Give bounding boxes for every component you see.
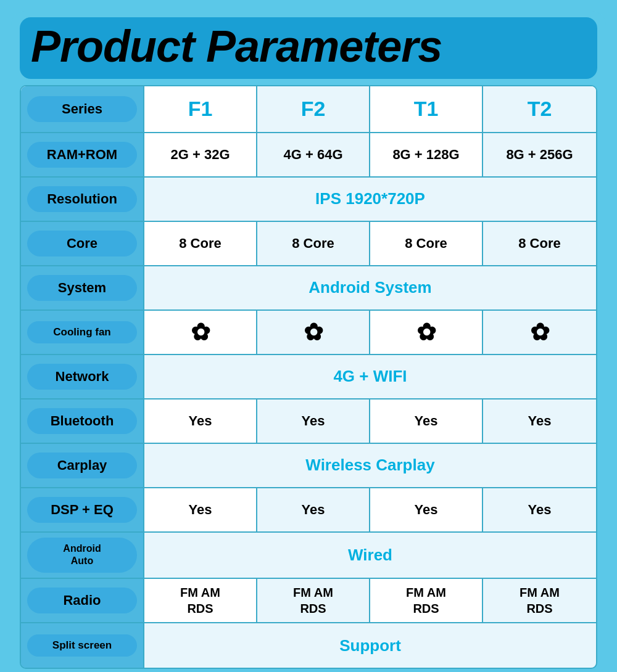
row-label-cell: Core [21, 222, 144, 265]
table-row: Split screenSupport [21, 623, 596, 668]
table-row: Network4G + WIFI [21, 355, 596, 400]
series-label-cell: Series [21, 86, 144, 132]
row-label-cell: Radio [21, 579, 144, 622]
row-label-cell: Cooling fan [21, 311, 144, 354]
data-cell: FM AMRDS [483, 579, 596, 622]
span-cell: Wireless Carplay [144, 444, 596, 487]
row-label-cell: RAM+ROM [21, 133, 144, 176]
data-cell: Yes [370, 400, 483, 443]
data-cell: Yes [370, 488, 483, 531]
row-label-cell: AndroidAuto [21, 533, 144, 578]
row-label: DSP + EQ [27, 497, 137, 523]
fan-icon: ✿ [416, 319, 436, 346]
table-row: DSP + EQYesYesYesYes [21, 488, 596, 533]
table-row: RadioFM AMRDSFM AMRDSFM AMRDSFM AMRDS [21, 579, 596, 623]
row-label-cell: Carplay [21, 444, 144, 487]
data-cell: FM AMRDS [144, 579, 257, 622]
page-title: Product Parameters [31, 23, 586, 70]
data-cell: ✿ [257, 311, 370, 354]
product-table: Series F1 F2 T1 T2 RAM+ROM2G + 32G4G + 6… [20, 85, 597, 670]
header-row: Series F1 F2 T1 T2 [21, 86, 596, 133]
table-row: Cooling fan✿✿✿✿ [21, 311, 596, 355]
table-row: Core8 Core8 Core8 Core8 Core [21, 222, 596, 266]
row-label: Bluetooth [27, 408, 137, 434]
fan-icon: ✿ [191, 319, 210, 346]
data-cell: Yes [257, 488, 370, 531]
row-label-cell: DSP + EQ [21, 488, 144, 531]
row-label: System [27, 275, 137, 301]
row-label: Network [27, 364, 137, 390]
header-t2: T2 [483, 86, 596, 132]
table-row: RAM+ROM2G + 32G4G + 64G8G + 128G8G + 256… [21, 133, 596, 178]
table-row: ResolutionIPS 1920*720P [21, 178, 596, 222]
data-cell: 4G + 64G [257, 133, 370, 176]
span-cell: Support [144, 623, 596, 668]
data-cell: 2G + 32G [144, 133, 257, 176]
row-label: RAM+ROM [27, 142, 137, 168]
span-cell: Android System [144, 266, 596, 309]
data-cell: 8G + 256G [483, 133, 596, 176]
data-cell: Yes [483, 488, 596, 531]
data-cell: 8 Core [483, 222, 596, 265]
fan-icon: ✿ [304, 319, 323, 346]
span-cell: IPS 1920*720P [144, 178, 596, 221]
data-cell: 8 Core [144, 222, 257, 265]
span-cell: 4G + WIFI [144, 355, 596, 398]
data-cell: ✿ [370, 311, 483, 354]
data-cell: FM AMRDS [370, 579, 483, 622]
data-cell: 8G + 128G [370, 133, 483, 176]
data-cell: Yes [144, 488, 257, 531]
data-cell: 8 Core [257, 222, 370, 265]
table-row: AndroidAutoWired [21, 533, 596, 580]
series-label: Series [27, 96, 137, 122]
row-label: AndroidAuto [27, 538, 137, 573]
table-row: SystemAndroid System [21, 266, 596, 311]
row-label: Core [27, 231, 137, 256]
table-row: BluetoothYesYesYesYes [21, 400, 596, 444]
row-label-cell: Split screen [21, 623, 144, 668]
header-t1: T1 [370, 86, 483, 132]
span-cell: Wired [144, 533, 596, 578]
table-row: CarplayWireless Carplay [21, 444, 596, 488]
row-label: Split screen [27, 634, 137, 657]
row-label: Cooling fan [27, 321, 137, 343]
data-cell: Yes [144, 400, 257, 443]
row-label: Carplay [27, 453, 137, 478]
data-cell: FM AMRDS [257, 579, 370, 622]
row-label-cell: Resolution [21, 178, 144, 221]
row-label-cell: Bluetooth [21, 400, 144, 443]
title-bar: Product Parameters [20, 17, 597, 79]
data-cell: Yes [257, 400, 370, 443]
header-f2: F2 [257, 86, 370, 132]
data-cell: ✿ [144, 311, 257, 354]
outer-container: Product Parameters Series F1 F2 T1 T2 RA… [11, 11, 606, 672]
row-label: Resolution [27, 186, 137, 212]
rows-container: RAM+ROM2G + 32G4G + 64G8G + 128G8G + 256… [21, 133, 596, 668]
row-label-cell: Network [21, 355, 144, 398]
fan-icon: ✿ [530, 319, 550, 346]
data-cell: ✿ [483, 311, 596, 354]
data-cell: 8 Core [370, 222, 483, 265]
data-cell: Yes [483, 400, 596, 443]
row-label-cell: System [21, 266, 144, 309]
header-f1: F1 [144, 86, 257, 132]
row-label: Radio [27, 588, 137, 613]
